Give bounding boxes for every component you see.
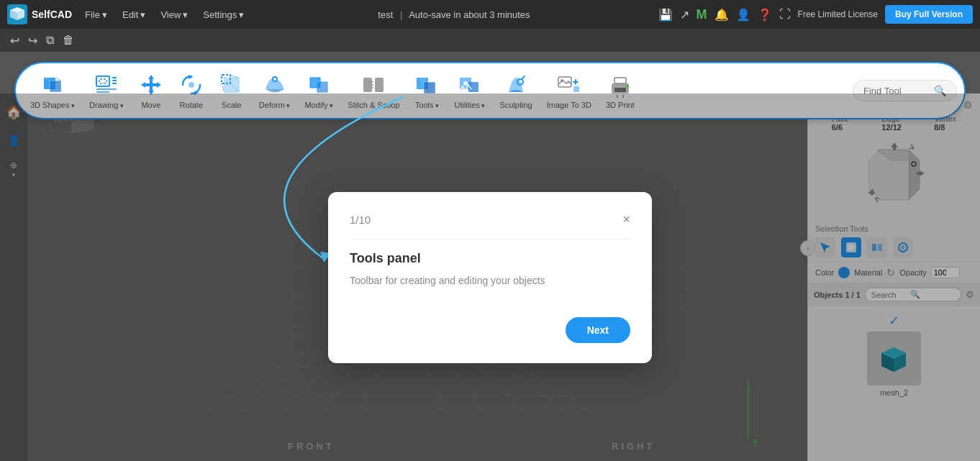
svg-point-30 — [463, 81, 468, 86]
redo-button[interactable]: ↪ — [28, 34, 37, 47]
svg-rect-37 — [614, 78, 626, 83]
svg-rect-27 — [424, 82, 435, 93]
expand-icon[interactable]: ⛶ — [779, 8, 791, 21]
svg-point-18 — [273, 77, 277, 81]
svg-rect-2 — [50, 81, 61, 92]
next-button[interactable]: Next — [566, 317, 630, 343]
autosave-status: Auto-save in about 3 minutes — [409, 9, 530, 20]
bell-icon[interactable]: 🔔 — [714, 8, 729, 22]
menu-edit[interactable]: Edit ▾ — [117, 6, 151, 23]
canvas-area: Y FRONT RIGHT FRONT 🏠 👤 ⊕ ▼ › ⚙ — [0, 93, 980, 461]
svg-point-38 — [626, 85, 629, 88]
svg-line-4 — [55, 78, 61, 81]
svg-rect-34 — [573, 86, 579, 92]
svg-rect-36 — [614, 88, 626, 92]
svg-point-15 — [189, 82, 194, 88]
share-icon[interactable]: ↗ — [680, 8, 689, 22]
dialog-close-button[interactable]: × — [622, 212, 630, 227]
dialog-footer: Next — [350, 317, 630, 343]
license-text: Free Limited License — [798, 9, 878, 19]
title-separator: | — [400, 9, 402, 20]
undo-redo-bar: ↩ ↪ ⧉ 🗑 — [0, 29, 980, 52]
top-bar: SelfCAD File ▾ Edit ▾ View ▾ Settings ▾ … — [0, 0, 980, 29]
svg-rect-20 — [317, 82, 327, 92]
user-icon[interactable]: 👤 — [736, 8, 750, 22]
dialog-body: Toolbar for creating and editing your ob… — [350, 273, 630, 288]
menu-view[interactable]: View ▾ — [155, 6, 194, 23]
svg-rect-6 — [96, 76, 109, 86]
undo-button[interactable]: ↩ — [10, 34, 19, 47]
dialog-step: 1/10 — [350, 214, 371, 226]
title-area: test | Auto-save in about 3 minutes — [250, 9, 658, 20]
copy-button[interactable]: ⧉ — [46, 34, 54, 47]
menu-bar: File ▾ Edit ▾ View ▾ Settings ▾ — [79, 6, 250, 23]
top-actions: 💾 ↗ M 🔔 👤 ❓ ⛶ Free Limited License Buy F… — [658, 5, 973, 24]
menu-file[interactable]: File ▾ — [79, 6, 113, 23]
dialog-counter-row: 1/10 × — [350, 212, 630, 239]
svg-rect-7 — [99, 79, 106, 83]
menu-settings[interactable]: Settings ▾ — [197, 6, 250, 23]
dialog-overlay: 1/10 × Tools panel Toolbar for creating … — [0, 93, 980, 461]
project-title: test — [378, 9, 393, 20]
help-icon[interactable]: ❓ — [758, 8, 772, 22]
buy-button[interactable]: Buy Full Version — [885, 5, 973, 24]
tutorial-dialog: 1/10 × Tools panel Toolbar for creating … — [328, 192, 652, 363]
m-icon[interactable]: M — [697, 7, 707, 22]
delete-button[interactable]: 🗑 — [63, 34, 74, 47]
dialog-title: Tools panel — [350, 251, 630, 266]
save-icon[interactable]: 💾 — [658, 8, 673, 22]
logo[interactable]: SelfCAD — [7, 4, 72, 24]
app-name: SelfCAD — [32, 9, 72, 20]
